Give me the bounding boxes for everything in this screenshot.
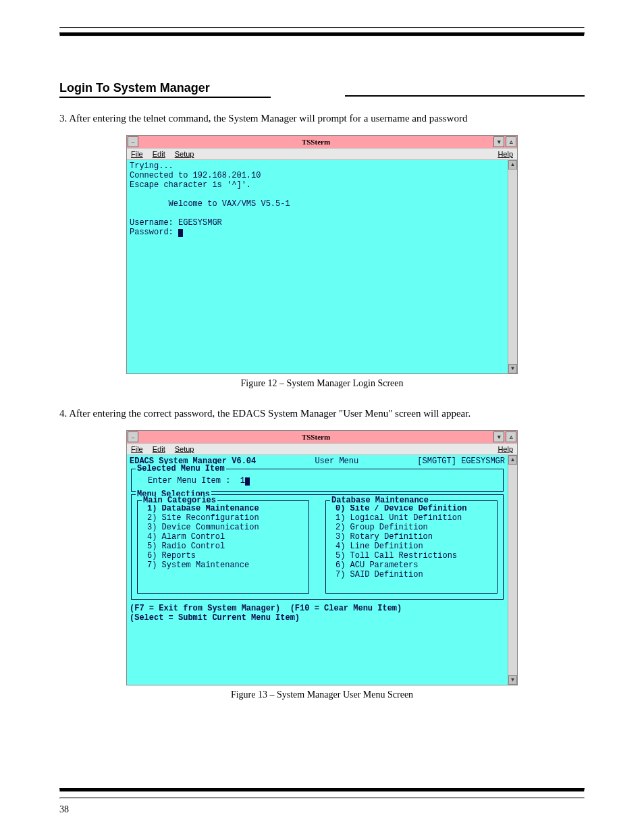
step-3-text: 3. After entering the telnet command, th… — [59, 113, 585, 124]
scroll-up-icon[interactable]: ▲ — [508, 455, 517, 465]
main-item-5[interactable]: 5) Radio Control — [147, 542, 299, 551]
menu-file[interactable]: File — [131, 445, 143, 453]
scroll-up-icon[interactable]: ▲ — [508, 160, 517, 170]
t1-l7: Username: EGESYSMGR — [130, 218, 222, 228]
page-footer: 38 — [59, 783, 585, 815]
t1-l5: Welcome to VAX/VMS V5.5-1 — [130, 199, 290, 209]
db-item-5[interactable]: 5) Toll Call Restrictions — [336, 551, 487, 561]
minimize-icon[interactable]: ▾ — [493, 136, 504, 147]
main-item-3[interactable]: 3) Device Communication — [147, 523, 299, 532]
minimize-icon[interactable]: ▾ — [493, 432, 504, 442]
titlebar-2: – TSSterm ▾ ▵ — [127, 431, 517, 443]
menu-edit[interactable]: Edit — [153, 150, 165, 158]
help-line-2: (Select = Submit Current Menu Item) — [130, 613, 505, 623]
main-item-4[interactable]: 4) Alarm Control — [147, 532, 299, 542]
page-number: 38 — [59, 804, 585, 815]
db-item-3[interactable]: 3) Rotary Definition — [336, 532, 487, 542]
db-item-0[interactable]: 0) Site / Device Definition — [336, 504, 487, 513]
section-heading-rule — [345, 95, 585, 97]
help-line-1: (F7 = Exit from System Manager) (F10 = C… — [130, 604, 505, 613]
main-item-2[interactable]: 2) Site Reconfiguration — [147, 513, 299, 523]
enter-menu-label: Enter Menu Item : 1 — [148, 476, 245, 486]
menu-help[interactable]: Help — [498, 150, 513, 158]
t1-l3: Escape character is '^]'. — [130, 180, 251, 190]
cursor-icon — [178, 229, 183, 237]
t1-l1: Trying... — [130, 161, 173, 171]
sysmenu-icon[interactable]: – — [128, 432, 138, 442]
db-item-2[interactable]: 2) Group Definition — [336, 523, 487, 532]
terminal-window-1: – TSSterm ▾ ▵ File Edit Setup Help Tryin… — [126, 135, 518, 374]
maximize-icon[interactable]: ▵ — [506, 136, 516, 147]
terminal-window-2: – TSSterm ▾ ▵ File Edit Setup Help EDACS… — [126, 430, 518, 685]
header-rule-thick — [59, 32, 585, 36]
menu-setup[interactable]: Setup — [175, 150, 194, 158]
figure-12-caption: Figure 12 – System Manager Login Screen — [59, 378, 585, 389]
database-maintenance-box: Database Maintenance 0) Site / Device De… — [325, 500, 498, 594]
terminal-body-1[interactable]: Trying... Connected to 192.168.201.10 Es… — [127, 160, 508, 373]
t1-l8: Password: — [130, 228, 178, 237]
db-item-1[interactable]: 1) Logical Unit Definition — [336, 513, 487, 523]
maximize-icon[interactable]: ▵ — [506, 432, 516, 442]
menu-file[interactable]: File — [131, 150, 143, 158]
db-item-7[interactable]: 7) SAID Definition — [336, 570, 487, 579]
titlebar-1: – TSSterm ▾ ▵ — [127, 136, 517, 148]
t1-l2: Connected to 192.168.201.10 — [130, 171, 261, 180]
menubar-2: File Edit Setup Help — [127, 443, 517, 455]
sysmenu-icon[interactable]: – — [128, 136, 138, 147]
titlebar-title-2: TSSterm — [139, 433, 493, 441]
scrollbar-2[interactable]: ▲ ▼ — [508, 455, 517, 685]
menu-setup[interactable]: Setup — [175, 445, 194, 453]
menu-help[interactable]: Help — [498, 445, 513, 453]
scrollbar-1[interactable]: ▲ ▼ — [508, 160, 517, 373]
db-maintenance-legend: Database Maintenance — [330, 496, 430, 505]
figure-13-caption: Figure 13 – System Manager User Menu Scr… — [59, 689, 585, 700]
scroll-down-icon[interactable]: ▼ — [508, 675, 517, 685]
user-context: [SMGTGT] EGESYSMGR — [417, 457, 505, 466]
section-heading-row: Login To System Manager — [59, 81, 585, 98]
titlebar-title-1: TSSterm — [139, 138, 493, 146]
terminal-body-2[interactable]: EDACS System Manager V6.04 User Menu [SM… — [127, 455, 508, 685]
main-categories-legend: Main Categories — [142, 496, 217, 505]
scroll-down-icon[interactable]: ▼ — [508, 364, 517, 373]
footer-rule-thick — [59, 788, 585, 792]
footer-rule-thin — [59, 798, 585, 799]
screen-title: User Menu — [315, 457, 358, 466]
section-heading: Login To System Manager — [59, 81, 271, 98]
menubar-1: File Edit Setup Help — [127, 148, 517, 160]
header-rule-thin — [59, 27, 585, 28]
cursor-icon — [245, 477, 250, 486]
menu-edit[interactable]: Edit — [153, 445, 165, 453]
menu-selections-box: Menu Selections Main Categories 1) Datab… — [131, 494, 504, 600]
db-item-6[interactable]: 6) ACU Parameters — [336, 561, 487, 570]
main-item-1[interactable]: 1) Database Maintenance — [147, 504, 299, 513]
selected-legend: Selected Menu Item — [136, 464, 226, 473]
step-4-text: 4. After entering the correct password, … — [59, 408, 585, 419]
main-categories-box: Main Categories 1) Database Maintenance … — [137, 500, 309, 594]
main-item-6[interactable]: 6) Reports — [147, 551, 299, 561]
main-item-7[interactable]: 7) System Maintenance — [147, 561, 299, 570]
db-item-4[interactable]: 4) Line Definition — [336, 542, 487, 551]
selected-menu-item-box: Selected Menu Item Enter Menu Item : 1 — [131, 469, 504, 492]
